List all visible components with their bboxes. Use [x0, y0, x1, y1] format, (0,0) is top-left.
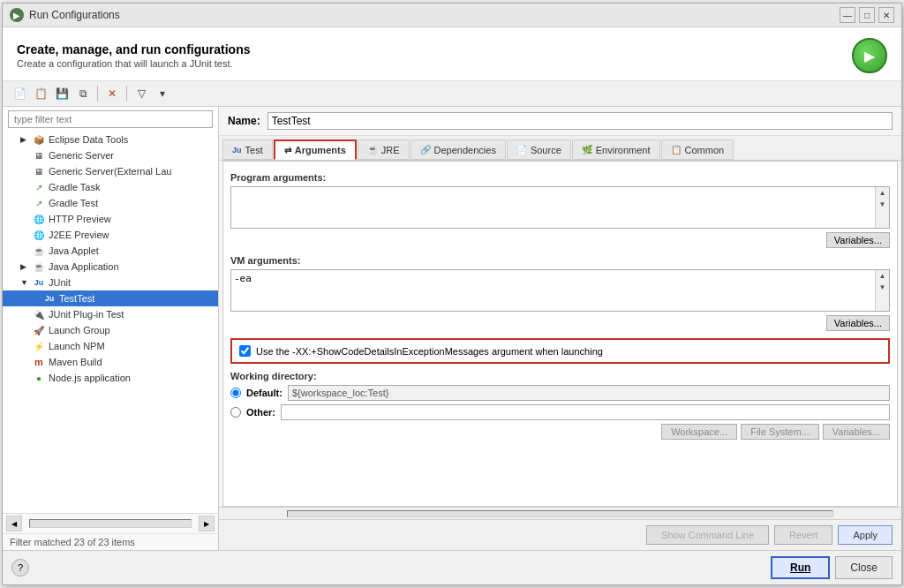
- sidebar-item-launch-group[interactable]: 🚀 Launch Group: [3, 322, 218, 338]
- program-args-label: Program arguments:: [230, 172, 890, 183]
- item-label: Node.js application: [49, 373, 131, 383]
- toolbar-separator2: [126, 86, 127, 102]
- sidebar-item-generic-server-ext[interactable]: 🖥 Generic Server(External Lau: [3, 163, 218, 179]
- showcode-checkbox[interactable]: [239, 345, 251, 357]
- http-icon: 🌐: [33, 213, 45, 225]
- tab-test[interactable]: Ju Test: [222, 139, 273, 160]
- junit-plugin-icon: 🔌: [33, 308, 45, 320]
- other-radio-row: Other:: [230, 404, 890, 420]
- titlebar-controls: — □ ✕: [840, 7, 894, 23]
- minimize-button[interactable]: —: [840, 7, 855, 23]
- delete-button[interactable]: ✕: [102, 84, 122, 103]
- vm-args-label: VM arguments:: [230, 255, 890, 266]
- bottom-bar: Show Command Line Revert Apply: [219, 519, 901, 550]
- sidebar: ▶ 📦 Eclipse Data Tools 🖥 Generic Server …: [3, 107, 219, 550]
- sidebar-item-nodejs[interactable]: ● Node.js application: [3, 370, 218, 386]
- sidebar-item-java-applet[interactable]: ☕ Java Applet: [3, 243, 218, 259]
- program-args-input[interactable]: [231, 187, 871, 228]
- new-from-proto-button[interactable]: 📋: [31, 84, 50, 103]
- filesystem-button[interactable]: File System...: [741, 424, 819, 440]
- tab-arguments[interactable]: ⇄ Arguments: [274, 139, 357, 160]
- tab-environment[interactable]: 🌿 Environment: [572, 139, 660, 160]
- item-label: Maven Build: [49, 357, 102, 367]
- run-button-header[interactable]: ▶: [852, 38, 887, 73]
- name-input[interactable]: [267, 112, 893, 130]
- checkbox-label: Use the -XX:+ShowCodeDetailsInExceptionM…: [256, 346, 603, 357]
- sidebar-item-gradle-task[interactable]: ↗ Gradle Task: [3, 179, 218, 195]
- sidebar-item-j2ee-preview[interactable]: 🌐 J2EE Preview: [3, 227, 218, 243]
- vm-scroll-up-icon[interactable]: ▲: [878, 270, 888, 282]
- new-config-button[interactable]: 📄: [10, 84, 29, 103]
- gradle-test-icon: ↗: [33, 197, 45, 209]
- filter-button[interactable]: ▽: [132, 84, 151, 103]
- sidebar-item-gradle-test[interactable]: ↗ Gradle Test: [3, 195, 218, 211]
- tab-dependencies-label: Dependencies: [434, 145, 496, 155]
- launch-group-icon: 🚀: [33, 324, 45, 336]
- tab-arguments-label: Arguments: [295, 145, 346, 155]
- item-label: Java Application: [49, 261, 119, 272]
- close-footer-button[interactable]: Close: [835, 556, 893, 579]
- vm-args-container: -ea ▲ ▼: [230, 269, 890, 312]
- filter-input[interactable]: [8, 110, 213, 128]
- scroll-up-icon[interactable]: ▲: [878, 187, 888, 199]
- sidebar-item-junit[interactable]: ▼ Ju JUnit: [3, 275, 218, 290]
- dir-variables-button[interactable]: Variables...: [823, 424, 890, 440]
- sidebar-item-maven-build[interactable]: m Maven Build: [3, 354, 218, 370]
- tab-environment-label: Environment: [596, 145, 651, 155]
- item-label: JUnit: [49, 277, 71, 288]
- other-radio[interactable]: [230, 407, 241, 418]
- revert-button[interactable]: Revert: [774, 525, 832, 545]
- sidebar-scrollbar[interactable]: [29, 519, 192, 528]
- sidebar-item-generic-server[interactable]: 🖥 Generic Server: [3, 147, 218, 163]
- item-label: Launch Group: [49, 325, 110, 335]
- tab-jre[interactable]: ☕ JRE: [358, 139, 410, 160]
- tab-jre-label: JRE: [381, 145, 400, 155]
- tab-source[interactable]: 📄 Source: [507, 139, 571, 160]
- sidebar-item-launch-npm[interactable]: ⚡ Launch NPM: [3, 338, 218, 354]
- maximize-button[interactable]: □: [859, 7, 875, 23]
- workspace-button[interactable]: Workspace...: [661, 424, 737, 440]
- sidebar-item-java-application[interactable]: ▶ ☕ Java Application: [3, 259, 218, 275]
- default-radio-row: Default: ${workspace_loc:Test}: [230, 385, 890, 401]
- scroll-left-button[interactable]: ◀: [6, 516, 22, 531]
- close-button[interactable]: ✕: [878, 7, 894, 23]
- footer-left: ?: [11, 559, 29, 577]
- vm-args-scrollbar: ▲ ▼: [875, 270, 889, 311]
- scrollbar-track[interactable]: [287, 510, 832, 517]
- dropdown-button[interactable]: ▾: [153, 84, 172, 103]
- default-radio[interactable]: [230, 388, 241, 398]
- run-footer-button[interactable]: Run: [771, 556, 830, 579]
- dialog-title: Run Configurations: [29, 9, 120, 21]
- content-area: ▶ 📦 Eclipse Data Tools 🖥 Generic Server …: [3, 107, 901, 550]
- sidebar-item-eclipse-data-tools[interactable]: ▶ 📦 Eclipse Data Tools: [3, 132, 218, 147]
- panel-scrollbar[interactable]: [219, 507, 901, 519]
- program-args-variables-button[interactable]: Variables...: [826, 232, 890, 248]
- vm-args-input[interactable]: -ea: [231, 270, 871, 311]
- help-button[interactable]: ?: [11, 559, 29, 577]
- other-dir-input[interactable]: [281, 404, 890, 420]
- toolbar-separator: [97, 86, 98, 102]
- duplicate-button[interactable]: ⧉: [73, 84, 93, 103]
- show-command-line-button[interactable]: Show Command Line: [646, 525, 769, 545]
- vm-scroll-down-icon[interactable]: ▼: [878, 282, 888, 293]
- scroll-right-button[interactable]: ▶: [199, 516, 215, 531]
- expand-icon: ▶: [20, 135, 29, 144]
- titlebar-left: ▶ Run Configurations: [10, 8, 120, 22]
- sidebar-item-junit-plugin[interactable]: 🔌 JUnit Plug-in Test: [3, 306, 218, 322]
- npm-icon: ⚡: [33, 340, 45, 352]
- dir-buttons-row: Workspace... File System... Variables...: [230, 424, 890, 440]
- vm-args-variables-button[interactable]: Variables...: [826, 315, 890, 331]
- tab-dependencies[interactable]: 🔗 Dependencies: [411, 139, 506, 160]
- scroll-down-icon[interactable]: ▼: [878, 199, 888, 210]
- testtest-icon: Ju: [43, 292, 56, 305]
- run-configurations-dialog: ▶ Run Configurations — □ ✕ Create, manag…: [2, 3, 902, 585]
- apply-button[interactable]: Apply: [838, 525, 893, 545]
- sidebar-item-testtest[interactable]: Ju TestTest: [3, 290, 218, 306]
- tab-common[interactable]: 📋 Common: [661, 139, 734, 160]
- header-subtitle: Create a configuration that will launch …: [17, 58, 251, 69]
- sidebar-item-http-preview[interactable]: 🌐 HTTP Preview: [3, 211, 218, 227]
- maven-icon: m: [33, 356, 45, 368]
- other-radio-label: Other:: [246, 407, 275, 418]
- checkbox-row: Use the -XX:+ShowCodeDetailsInExceptionM…: [230, 338, 890, 364]
- export-button[interactable]: 💾: [52, 84, 72, 103]
